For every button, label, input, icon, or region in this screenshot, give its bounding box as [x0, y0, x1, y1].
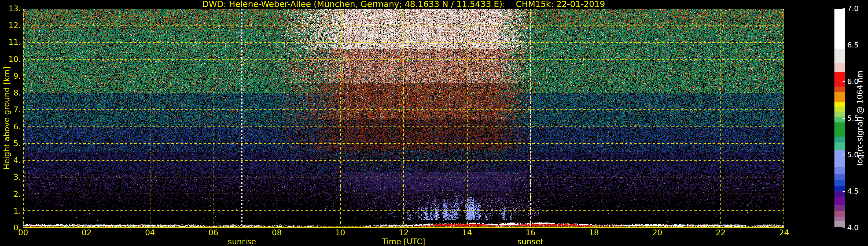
colorbar-segment	[834, 217, 845, 221]
colorbar-tick-mark	[842, 8, 845, 9]
y-tick-label: 2.	[0, 190, 21, 198]
sunrise-line	[241, 9, 243, 228]
y-tick-label: 8.	[0, 89, 21, 97]
colorbar-tick-mark	[842, 191, 845, 192]
x-tick-label: 10	[335, 228, 345, 237]
y-tick-label: 12.	[0, 21, 21, 30]
sunset-annotation: sunset	[518, 237, 544, 246]
colorbar-segment	[834, 197, 845, 205]
y-tick-label: 0.	[0, 223, 21, 232]
colorbar-tick-mark	[842, 155, 845, 155]
x-tick-label: 24	[779, 228, 789, 237]
y-tick-label: 3.	[0, 173, 21, 181]
page-title: DWD: Helene-Weber-Allee (München, German…	[23, 0, 784, 9]
x-tick-label: 12	[399, 228, 408, 237]
colorbar-segment	[834, 186, 845, 192]
colorbar-label: log(rc-signal) @ 1064 nm	[856, 70, 864, 165]
colorbar-tick-label: 6.5	[847, 41, 859, 50]
colorbar-segment	[834, 191, 845, 197]
y-tick-label: 13.	[0, 4, 21, 13]
heatmap-plot-area	[23, 9, 784, 228]
x-tick-label: 00	[18, 228, 28, 237]
y-tick-label: 7.	[0, 105, 21, 114]
y-tick-label: 4.	[0, 156, 21, 165]
x-tick-label: 14	[462, 228, 472, 237]
colorbar-tick-mark	[842, 227, 845, 228]
colorbar-segment	[834, 82, 845, 87]
colorbar-segment	[834, 180, 845, 186]
colorbar-tick-mark	[842, 81, 845, 82]
y-tick-label: 5.	[0, 139, 21, 148]
colorbar-segment	[834, 102, 845, 107]
colorbar-segment	[834, 122, 845, 137]
colorbar-segment	[834, 112, 845, 117]
y-axis-label: Height above ground [km]	[2, 67, 11, 170]
colorbar-segment	[834, 72, 845, 82]
backscatter-heatmap-canvas	[23, 9, 784, 228]
x-axis-label: Time [UTC]	[382, 237, 425, 246]
colorbar-segment	[834, 136, 845, 143]
colorbar-tick-mark	[842, 45, 845, 46]
y-tick-label: 9.	[0, 72, 21, 81]
colorbar-tick-label: 4.5	[847, 187, 859, 196]
colorbar-segment	[834, 49, 845, 63]
colorbar-segment	[834, 117, 845, 122]
y-tick-label: 11.	[0, 38, 21, 47]
colorbar-segment	[834, 143, 845, 150]
colorbar-tick-label: 7.0	[847, 4, 859, 13]
colorbar-segment	[834, 150, 845, 167]
colorbar-segment	[834, 9, 845, 49]
colorbar-segment	[834, 87, 845, 92]
colorbar-segment	[834, 63, 845, 72]
sunrise-annotation: sunrise	[228, 237, 256, 246]
x-tick-label: 04	[145, 228, 155, 237]
x-tick-label: 18	[589, 228, 599, 237]
x-tick-label: 16	[525, 228, 535, 237]
colorbar-segment	[834, 174, 845, 180]
x-tick-label: 20	[652, 228, 662, 237]
colorbar-tick-label: 4.0	[847, 223, 859, 232]
y-tick-label: 6.	[0, 122, 21, 131]
y-tick-label: 10.	[0, 55, 21, 64]
x-tick-label: 22	[716, 228, 726, 237]
x-tick-label: 06	[208, 228, 218, 237]
sunset-line	[530, 9, 531, 228]
colorbar-segment	[834, 107, 845, 112]
colorbar-segment	[834, 92, 845, 102]
colorbar-segment	[834, 221, 845, 227]
colorbar-segment	[834, 167, 845, 174]
colorbar-segment	[834, 211, 845, 217]
x-tick-label: 08	[272, 228, 281, 237]
colorbar-segment	[834, 205, 845, 212]
ceilometer-figure: DWD: Helene-Weber-Allee (München, German…	[0, 0, 868, 246]
x-tick-label: 02	[82, 228, 91, 237]
colorbar-tick-mark	[842, 118, 845, 119]
y-tick-label: 1.	[0, 207, 21, 215]
